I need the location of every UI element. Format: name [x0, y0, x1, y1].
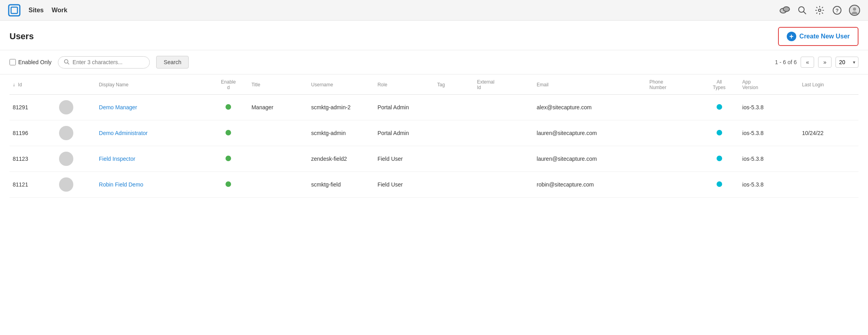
col-header-enabled: Enabled — [208, 74, 248, 95]
col-header-externalid: ExternalId — [474, 74, 533, 95]
page-header: Users + Create New User — [0, 21, 868, 50]
cell-username: scmktg-admin-2 — [308, 95, 374, 120]
user-display-name-link[interactable]: Demo Administrator — [99, 130, 148, 136]
cell-tag — [434, 172, 474, 198]
cell-username: scmktg-admin — [308, 120, 374, 146]
help-icon[interactable]: ? — [832, 5, 843, 16]
svg-rect-0 — [9, 5, 20, 16]
topnav-right: ? — [779, 5, 860, 16]
search-input[interactable] — [73, 59, 144, 65]
cell-email: robin@sitecapture.com — [533, 172, 646, 198]
sort-arrow-icon: ↓ — [13, 82, 15, 88]
pagination-next-button[interactable]: » — [818, 57, 832, 68]
user-display-name-link[interactable]: Demo Manager — [99, 104, 138, 110]
cell-username: scmktg-field — [308, 172, 374, 198]
search-input-icon — [64, 59, 69, 66]
page-size-select[interactable]: 20 50 100 — [835, 57, 858, 68]
enabled-only-filter[interactable]: Enabled Only — [10, 59, 52, 65]
col-header-email: Email — [533, 74, 646, 95]
alltypes-dot — [717, 130, 722, 135]
col-header-alltypes: AllTypes — [699, 74, 739, 95]
cell-avatar — [56, 120, 96, 146]
cell-enabled — [208, 95, 248, 120]
user-avatar-icon[interactable] — [849, 5, 860, 16]
chat-icon[interactable] — [779, 5, 790, 16]
svg-line-5 — [804, 11, 806, 14]
col-header-role: Role — [374, 74, 434, 95]
cell-email: lauren@sitecapture.com — [533, 146, 646, 172]
filters-row: Enabled Only Search 1 - 6 of 6 « » 20 50… — [0, 50, 868, 74]
user-display-name-link[interactable]: Robin Field Demo — [99, 181, 143, 188]
search-icon[interactable] — [797, 5, 808, 16]
enabled-dot — [226, 130, 231, 135]
search-box — [58, 56, 150, 69]
pagination-controls: 1 - 6 of 6 « » 20 50 100 — [775, 57, 858, 68]
pagination-prev-button[interactable]: « — [801, 57, 814, 68]
cell-email: lauren@sitecapture.com — [533, 120, 646, 146]
cell-role: Field User — [374, 146, 434, 172]
cell-enabled — [208, 146, 248, 172]
svg-line-12 — [68, 63, 69, 64]
user-avatar — [59, 177, 73, 192]
cell-appversion: ios-5.3.8 — [739, 146, 799, 172]
cell-appversion: ios-5.3.8 — [739, 120, 799, 146]
cell-externalid — [474, 95, 533, 120]
col-header-phone: PhoneNumber — [646, 74, 700, 95]
enabled-only-checkbox[interactable] — [10, 59, 16, 65]
cell-tag — [434, 146, 474, 172]
cell-alltypes — [699, 146, 739, 172]
cell-role: Field User — [374, 172, 434, 198]
nav-work[interactable]: Work — [52, 7, 67, 14]
alltypes-dot — [717, 181, 722, 187]
user-display-name-link[interactable]: Field Inspector — [99, 156, 136, 162]
create-new-user-button[interactable]: + Create New User — [778, 27, 858, 46]
users-table-container: ↓ Id Display Name Enabled Title Username… — [0, 74, 868, 198]
cell-role: Portal Admin — [374, 95, 434, 120]
table-row: 81123 Field Inspector zendesk-field2 Fie… — [10, 146, 858, 172]
enabled-dot — [226, 181, 231, 187]
logo[interactable] — [8, 4, 21, 17]
cell-title — [248, 146, 308, 172]
cell-tag — [434, 95, 474, 120]
cell-email: alex@sitecapture.com — [533, 95, 646, 120]
nav-sites[interactable]: Sites — [29, 7, 44, 14]
enabled-dot — [226, 156, 231, 161]
topnav: Sites Work ? — [0, 0, 868, 21]
user-avatar — [59, 100, 73, 114]
cell-externalid — [474, 120, 533, 146]
col-id-label: Id — [18, 82, 22, 88]
svg-text:?: ? — [835, 8, 839, 13]
table-row: 81291 Demo Manager Manager scmktg-admin-… — [10, 95, 858, 120]
cell-alltypes — [699, 120, 739, 146]
cell-externalid — [474, 172, 533, 198]
col-header-id[interactable]: ↓ Id — [10, 74, 56, 95]
cell-displayname: Field Inspector — [96, 146, 208, 172]
users-table: ↓ Id Display Name Enabled Title Username… — [10, 74, 858, 198]
cell-displayname: Demo Administrator — [96, 120, 208, 146]
cell-id: 81196 — [10, 120, 56, 146]
col-header-title: Title — [248, 74, 308, 95]
col-header-username: Username — [308, 74, 374, 95]
cell-phone — [646, 146, 700, 172]
pagination-text: 1 - 6 of 6 — [775, 59, 797, 65]
cell-id: 81123 — [10, 146, 56, 172]
cell-title — [248, 172, 308, 198]
topnav-links: Sites Work — [29, 7, 67, 14]
alltypes-dot — [717, 104, 722, 110]
table-row: 81121 Robin Field Demo scmktg-field Fiel… — [10, 172, 858, 198]
cell-username: zendesk-field2 — [308, 146, 374, 172]
cell-enabled — [208, 172, 248, 198]
col-header-avatar — [56, 74, 96, 95]
create-new-user-label: Create New User — [799, 33, 850, 40]
cell-displayname: Robin Field Demo — [96, 172, 208, 198]
cell-title — [248, 120, 308, 146]
alltypes-dot — [717, 156, 722, 161]
search-button[interactable]: Search — [156, 56, 189, 69]
cell-alltypes — [699, 172, 739, 198]
table-row: 81196 Demo Administrator scmktg-admin Po… — [10, 120, 858, 146]
col-header-displayname: Display Name — [96, 74, 208, 95]
cell-phone — [646, 120, 700, 146]
settings-icon[interactable] — [814, 5, 825, 16]
page-title: Users — [10, 31, 34, 42]
col-header-lastlogin: Last Login — [799, 74, 858, 95]
